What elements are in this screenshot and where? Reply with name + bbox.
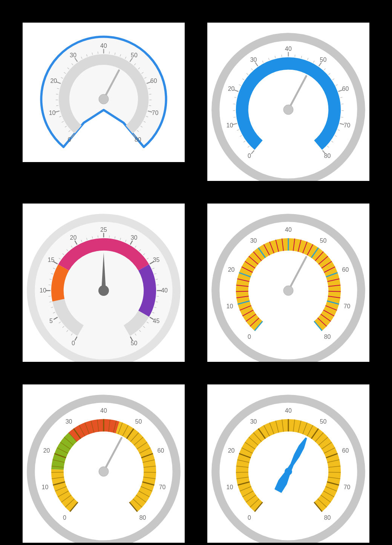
tick-label: 70 <box>344 484 351 490</box>
svg-line-112 <box>98 236 98 238</box>
tick-label: 50 <box>131 52 138 58</box>
tick-label: 20 <box>43 447 50 454</box>
svg-line-219 <box>144 472 156 473</box>
svg-line-127 <box>156 285 159 285</box>
svg-line-237 <box>236 472 248 473</box>
svg-point-228 <box>99 467 109 476</box>
tick-label: 20 <box>228 266 235 273</box>
tick-label: 0 <box>248 153 251 159</box>
tick-label: 60 <box>342 86 349 92</box>
tick-label: 80 <box>324 153 331 159</box>
tick-label: 30 <box>70 52 77 58</box>
tick-label: 10 <box>40 287 46 294</box>
tick-label: 40 <box>100 407 107 414</box>
tick-label: 60 <box>150 77 157 84</box>
tick-label: 10 <box>226 303 233 309</box>
tick-label: 0 <box>72 340 75 346</box>
svg-line-129 <box>156 296 159 297</box>
tick-label: 30 <box>250 237 257 244</box>
tick-label: 30 <box>250 57 257 63</box>
tick-label: 30 <box>66 418 72 425</box>
svg-point-271 <box>285 468 292 475</box>
gauge-card-3: 05101520253035404550 <box>23 204 185 362</box>
tick-label: 50 <box>131 340 138 346</box>
svg-line-6 <box>56 106 58 106</box>
tick-label: 20 <box>228 86 235 92</box>
svg-line-193 <box>51 472 64 473</box>
tick-label: 40 <box>285 46 292 52</box>
svg-line-97 <box>49 296 51 297</box>
svg-point-184 <box>283 286 293 295</box>
svg-line-32 <box>149 94 152 94</box>
tick-label: 0 <box>63 514 66 521</box>
tick-label: 60 <box>342 447 349 454</box>
gauge-card-1: 01020304050607080 <box>23 23 185 162</box>
tick-label: 20 <box>228 447 235 454</box>
svg-line-50 <box>233 117 236 118</box>
tick-label: 50 <box>320 237 327 244</box>
tick-label: 30 <box>250 418 257 425</box>
tick-label: 10 <box>41 484 48 490</box>
gauge-card-4: 01020304050607080 <box>207 204 369 362</box>
svg-line-78 <box>341 117 343 118</box>
tick-label: 70 <box>344 303 351 309</box>
tick-label: 70 <box>152 109 159 116</box>
tick-label: 40 <box>285 407 292 414</box>
svg-line-65 <box>295 55 295 57</box>
tick-label: 35 <box>153 257 160 263</box>
svg-line-63 <box>282 55 282 57</box>
tick-label: 45 <box>153 318 160 324</box>
tick-label: 10 <box>226 122 233 129</box>
tick-label: 5 <box>49 318 53 324</box>
svg-line-8 <box>56 94 58 94</box>
tick-label: 50 <box>320 418 327 425</box>
tick-label: 80 <box>324 514 331 521</box>
gauge-grid: 01020304050607080 01020304050607080 0510… <box>0 0 392 545</box>
svg-line-19 <box>98 52 98 54</box>
svg-point-140 <box>98 285 109 296</box>
tick-label: 70 <box>344 122 351 129</box>
gauge-card-5: 01020304050607080 <box>23 384 185 543</box>
gauge-gallery: 01020304050607080 01020304050607080 0510… <box>0 0 392 545</box>
svg-line-76 <box>341 104 343 104</box>
tick-label: 25 <box>100 227 107 233</box>
tick-label: 40 <box>161 287 168 294</box>
svg-line-149 <box>236 291 248 292</box>
tick-label: 80 <box>135 136 141 143</box>
tick-label: 30 <box>131 234 138 241</box>
tick-label: 40 <box>100 43 107 49</box>
svg-line-99 <box>49 285 51 285</box>
tick-label: 60 <box>157 447 164 454</box>
svg-line-52 <box>233 104 236 104</box>
svg-line-263 <box>328 472 341 473</box>
svg-line-114 <box>109 236 110 238</box>
gauge-card-2: 01020304050607080 <box>207 23 369 181</box>
tick-label: 70 <box>159 484 166 490</box>
svg-line-175 <box>328 291 341 292</box>
svg-line-34 <box>149 106 151 106</box>
tick-label: 15 <box>48 257 55 263</box>
svg-point-42 <box>99 94 109 104</box>
tick-label: 50 <box>320 57 327 63</box>
tick-label: 20 <box>70 234 77 241</box>
tick-label: 10 <box>49 109 56 116</box>
tick-label: 10 <box>226 484 233 490</box>
tick-label: 20 <box>50 77 57 84</box>
svg-point-86 <box>283 105 293 115</box>
tick-label: 0 <box>68 136 71 143</box>
tick-label: 0 <box>248 334 251 340</box>
tick-label: 80 <box>324 334 331 340</box>
tick-label: 80 <box>139 514 146 521</box>
tick-label: 50 <box>135 418 142 425</box>
gauge-card-6: 01020304050607080 <box>207 384 369 543</box>
svg-line-21 <box>109 52 110 54</box>
tick-label: 40 <box>285 227 292 233</box>
tick-label: 60 <box>342 266 349 273</box>
tick-label: 0 <box>248 514 251 521</box>
